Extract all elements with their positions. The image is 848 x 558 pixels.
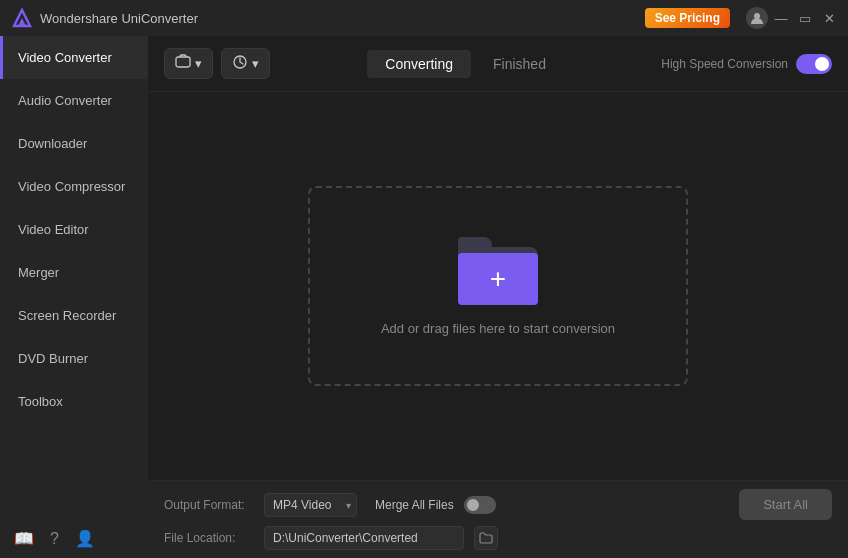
minimize-button[interactable]: — — [774, 11, 788, 25]
sidebar-item-video-converter[interactable]: Video Converter — [0, 36, 148, 79]
sidebar-item-merger[interactable]: Merger — [0, 251, 148, 294]
start-all-button[interactable]: Start All — [739, 489, 832, 520]
close-button[interactable]: ✕ — [822, 11, 836, 25]
profile-icon[interactable]: 👤 — [75, 529, 95, 548]
svg-rect-3 — [176, 57, 190, 67]
file-location-select[interactable]: D:\UniConverter\Converted — [264, 526, 464, 550]
sidebar-item-video-editor[interactable]: Video Editor — [0, 208, 148, 251]
file-location-label: File Location: — [164, 531, 254, 545]
drop-area[interactable]: + Add or drag files here to start conver… — [308, 186, 688, 386]
app-title: Wondershare UniConverter — [40, 11, 645, 26]
output-format-select[interactable]: MP4 Video — [264, 493, 357, 517]
see-pricing-button[interactable]: See Pricing — [645, 8, 730, 28]
user-avatar[interactable] — [746, 7, 768, 29]
window-controls: — ▭ ✕ — [774, 11, 836, 25]
merge-toggle[interactable] — [464, 496, 496, 514]
folder-add-icon: + — [458, 237, 538, 305]
output-format-label: Output Format: — [164, 498, 254, 512]
tabs-area: Converting Finished — [278, 50, 653, 78]
file-path-select-wrapper: D:\UniConverter\Converted — [264, 526, 464, 550]
app-logo — [12, 8, 32, 28]
question-icon[interactable]: ? — [50, 530, 59, 548]
sidebar-item-toolbox[interactable]: Toolbox — [0, 380, 148, 423]
sidebar-item-dvd-burner[interactable]: DVD Burner — [0, 337, 148, 380]
svg-marker-1 — [18, 18, 26, 26]
drop-instruction: Add or drag files here to start conversi… — [381, 321, 615, 336]
maximize-button[interactable]: ▭ — [798, 11, 812, 25]
high-speed-toggle[interactable] — [796, 54, 832, 74]
format-row: Output Format: MP4 Video Merge All Files… — [164, 489, 832, 520]
convert-icon — [232, 54, 248, 73]
chevron-down-icon: ▾ — [195, 56, 202, 71]
bottom-bar: Output Format: MP4 Video Merge All Files… — [148, 480, 848, 558]
drop-area-wrapper: + Add or drag files here to start conver… — [148, 92, 848, 480]
title-bar: Wondershare UniConverter See Pricing — ▭… — [0, 0, 848, 36]
main-layout: Video Converter Audio Converter Download… — [0, 36, 848, 558]
output-format-select-wrapper: MP4 Video — [264, 493, 357, 517]
toolbar: ▾ ▾ Converting Finished — [148, 36, 848, 92]
help-book-icon[interactable]: 📖 — [14, 529, 34, 548]
add-files-button[interactable]: ▾ — [164, 48, 213, 79]
merge-label: Merge All Files — [375, 498, 454, 512]
sidebar-item-video-compressor[interactable]: Video Compressor — [0, 165, 148, 208]
open-folder-button[interactable] — [474, 526, 498, 550]
tab-converting[interactable]: Converting — [367, 50, 471, 78]
convert-format-button[interactable]: ▾ — [221, 48, 270, 79]
sidebar-item-audio-converter[interactable]: Audio Converter — [0, 79, 148, 122]
sidebar-item-screen-recorder[interactable]: Screen Recorder — [0, 294, 148, 337]
high-speed-label: High Speed Conversion — [661, 57, 788, 71]
content-area: ▾ ▾ Converting Finished — [148, 36, 848, 558]
sidebar-item-downloader[interactable]: Downloader — [0, 122, 148, 165]
sidebar: Video Converter Audio Converter Download… — [0, 36, 148, 558]
high-speed-area: High Speed Conversion — [661, 54, 832, 74]
add-file-icon — [175, 54, 191, 73]
sidebar-bottom: 📖 ? 👤 — [0, 519, 148, 558]
convert-chevron-icon: ▾ — [252, 56, 259, 71]
file-location-row: File Location: D:\UniConverter\Converted — [164, 526, 832, 550]
tab-finished[interactable]: Finished — [475, 50, 564, 78]
